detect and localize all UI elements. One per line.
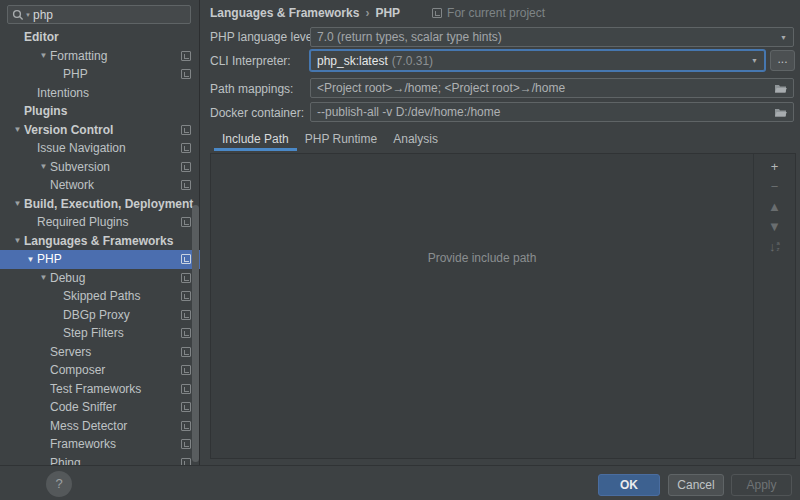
expand-arrow-icon[interactable]: ▼ <box>11 125 24 134</box>
sidebar-item-version-control[interactable]: ▼Version Control <box>0 121 200 140</box>
project-setting-icon <box>181 180 191 190</box>
sidebar-item-label: Required Plugins <box>37 215 128 229</box>
settings-search-box[interactable]: ▼ <box>7 5 191 24</box>
sidebar-item-label: PHP <box>37 252 62 266</box>
search-icon[interactable]: ▼ <box>12 9 31 21</box>
sidebar-item-step-filters[interactable]: Step Filters <box>0 324 200 343</box>
remove-button[interactable]: − <box>764 176 786 196</box>
include-path-panel: Provide include path +−▲▼↓az <box>210 153 796 459</box>
tab-php-runtime[interactable]: PHP Runtime <box>297 130 385 151</box>
folder-browse-icon[interactable] <box>774 107 787 118</box>
help-button[interactable]: ? <box>46 471 72 497</box>
add-button[interactable]: + <box>764 156 786 176</box>
sidebar-item-skipped-paths[interactable]: Skipped Paths <box>0 287 200 306</box>
sidebar-item-label: Version Control <box>24 123 113 137</box>
sidebar-item-label: Formatting <box>50 49 107 63</box>
sidebar-item-subversion[interactable]: ▼Subversion <box>0 158 200 177</box>
language-level-combobox[interactable]: 7.0 (return types, scalar type hints) ▼ <box>310 27 794 47</box>
sidebar-item-servers[interactable]: Servers <box>0 343 200 362</box>
project-setting-icon <box>181 162 191 172</box>
settings-tree: Editor▼FormattingPHPIntentionsPlugins▼Ve… <box>0 28 200 465</box>
move-down-button[interactable]: ▼ <box>764 216 786 236</box>
sidebar-item-debug[interactable]: ▼Debug <box>0 269 200 288</box>
project-setting-icon <box>181 69 191 79</box>
tab-analysis[interactable]: Analysis <box>385 130 446 151</box>
scope-note: For current project <box>432 6 545 20</box>
settings-content-panel: Languages & Frameworks › PHP For current… <box>201 0 800 465</box>
sidebar-item-network[interactable]: Network <box>0 176 200 195</box>
cancel-button[interactable]: Cancel <box>668 474 724 496</box>
project-setting-icon <box>181 143 191 153</box>
sort-alpha-button[interactable]: ↓az <box>764 236 786 256</box>
sidebar-item-formatting[interactable]: ▼Formatting <box>0 47 200 66</box>
sidebar-item-label: DBGp Proxy <box>63 308 130 322</box>
sidebar-item-languages-frameworks[interactable]: ▼Languages & Frameworks <box>0 232 200 251</box>
sidebar-item-mess-detector[interactable]: Mess Detector <box>0 417 200 436</box>
apply-button[interactable]: Apply <box>731 474 792 496</box>
project-setting-icon <box>181 365 191 375</box>
sidebar-item-editor[interactable]: Editor <box>0 28 200 47</box>
sidebar-item-build-execution-deployment[interactable]: ▼Build, Execution, Deployment <box>0 195 200 214</box>
sidebar-item-label: Languages & Frameworks <box>24 234 173 248</box>
sidebar-item-issue-navigation[interactable]: Issue Navigation <box>0 139 200 158</box>
sidebar-item-phing[interactable]: Phing <box>0 454 200 466</box>
project-setting-icon <box>181 310 191 320</box>
cli-interpreter-version: (7.0.31) <box>392 54 433 68</box>
sidebar-item-frameworks[interactable]: Frameworks <box>0 435 200 454</box>
expand-arrow-icon[interactable]: ▼ <box>37 51 50 60</box>
project-setting-icon <box>181 458 191 465</box>
breadcrumb: Languages & Frameworks › PHP For current… <box>210 6 545 20</box>
path-mappings-value: <Project root>→/home; <Project root>→/ho… <box>317 81 565 95</box>
sidebar-item-composer[interactable]: Composer <box>0 361 200 380</box>
settings-sidebar: ▼ Editor▼FormattingPHPIntentionsPlugins▼… <box>0 0 200 465</box>
path-mappings-field[interactable]: <Project root>→/home; <Project root>→/ho… <box>310 78 794 98</box>
sidebar-item-label: Code Sniffer <box>50 400 117 414</box>
docker-container-label: Docker container: <box>210 106 304 120</box>
project-setting-icon <box>181 125 191 135</box>
sidebar-item-test-frameworks[interactable]: Test Frameworks <box>0 380 200 399</box>
cli-interpreter-combobox[interactable]: php_sk:latest (7.0.31) ▼ <box>310 50 765 71</box>
sidebar-item-code-sniffer[interactable]: Code Sniffer <box>0 398 200 417</box>
project-setting-icon <box>181 51 191 61</box>
move-up-button[interactable]: ▲ <box>764 196 786 216</box>
cli-interpreter-label: CLI Interpreter: <box>210 54 291 68</box>
include-path-list[interactable]: Provide include path <box>211 154 753 458</box>
settings-search-input[interactable] <box>31 8 190 22</box>
sidebar-item-label: PHP <box>63 67 88 81</box>
breadcrumb-php[interactable]: PHP <box>375 6 400 20</box>
expand-arrow-icon[interactable]: ▼ <box>37 273 50 282</box>
chevron-down-icon[interactable]: ▼ <box>751 57 758 64</box>
project-setting-icon <box>181 328 191 338</box>
empty-list-message: Provide include path <box>211 251 753 265</box>
chevron-down-icon[interactable]: ▼ <box>780 34 787 41</box>
sidebar-item-label: Subversion <box>50 160 110 174</box>
folder-browse-icon[interactable] <box>774 83 787 94</box>
sidebar-scrollbar-thumb[interactable] <box>192 205 199 462</box>
sidebar-item-label: Phing <box>50 456 81 465</box>
sidebar-item-required-plugins[interactable]: Required Plugins <box>0 213 200 232</box>
language-level-value: 7.0 (return types, scalar type hints) <box>317 30 502 44</box>
sidebar-item-php[interactable]: ▼PHP <box>0 250 200 269</box>
sidebar-item-label: Editor <box>24 30 59 44</box>
tab-include-path[interactable]: Include Path <box>214 130 297 151</box>
expand-arrow-icon[interactable]: ▼ <box>11 199 24 208</box>
project-setting-icon <box>181 439 191 449</box>
expand-arrow-icon[interactable]: ▼ <box>24 255 37 264</box>
sidebar-item-label: Skipped Paths <box>63 289 140 303</box>
project-setting-icon <box>181 347 191 357</box>
sidebar-item-label: Build, Execution, Deployment <box>24 197 193 211</box>
sidebar-item-label: Servers <box>50 345 91 359</box>
expand-arrow-icon[interactable]: ▼ <box>11 236 24 245</box>
sidebar-item-plugins[interactable]: Plugins <box>0 102 200 121</box>
cli-interpreter-browse-button[interactable]: ... <box>770 50 795 71</box>
expand-arrow-icon[interactable]: ▼ <box>37 162 50 171</box>
ok-button[interactable]: OK <box>598 474 660 496</box>
breadcrumb-languages-frameworks[interactable]: Languages & Frameworks <box>210 6 359 20</box>
sidebar-item-label: Plugins <box>24 104 67 118</box>
sidebar-item-php[interactable]: PHP <box>0 65 200 84</box>
php-settings-tabs: Include PathPHP RuntimeAnalysis <box>214 130 446 151</box>
sidebar-item-intentions[interactable]: Intentions <box>0 84 200 103</box>
project-setting-icon <box>181 291 191 301</box>
sidebar-item-dbgp-proxy[interactable]: DBGp Proxy <box>0 306 200 325</box>
docker-container-field[interactable]: --publish-all -v D:/dev/home:/home <box>310 102 794 122</box>
